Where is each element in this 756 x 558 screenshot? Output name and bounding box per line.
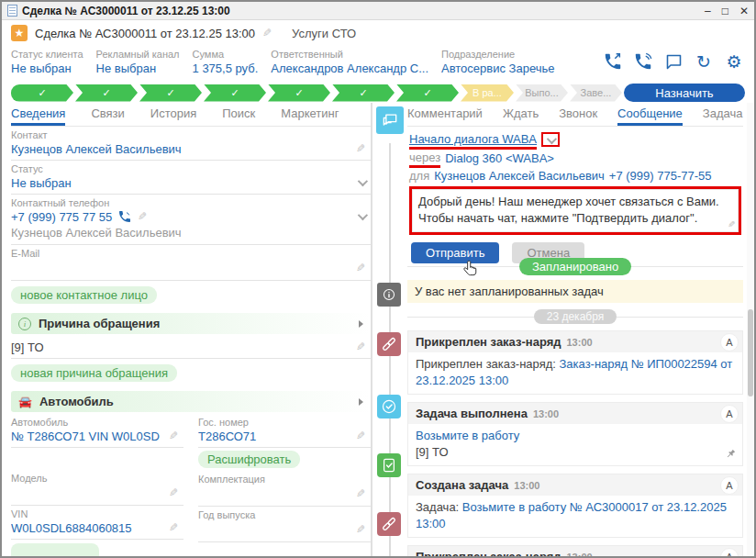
vin-field: VIN W0L0SDL6884060815 ✎ bbox=[11, 506, 183, 540]
assign-button[interactable]: Назначить bbox=[624, 84, 745, 102]
plate-value[interactable]: Т286СО71 bbox=[198, 430, 350, 443]
edit-plate-icon[interactable]: ✎ bbox=[356, 430, 365, 442]
scrollbar[interactable] bbox=[747, 103, 754, 556]
car-link[interactable]: № Т286СО71 VIN W0L0SD bbox=[11, 430, 163, 443]
edit-reason-icon[interactable]: ✎ bbox=[356, 340, 365, 353]
field-label: Подразделение bbox=[441, 49, 554, 60]
vin-label: VIN bbox=[11, 508, 178, 519]
tab-zadacha[interactable]: Задача bbox=[703, 103, 743, 126]
message-input[interactable]: Добрый день! Наш менеджер хочет связатьс… bbox=[412, 189, 739, 232]
field-department[interactable]: Подразделение Автосервис Заречье bbox=[441, 47, 554, 75]
outgoing-call-icon[interactable] bbox=[602, 50, 624, 73]
close-button[interactable]: ✕ bbox=[739, 6, 749, 17]
edit-trim-icon[interactable]: ✎ bbox=[356, 487, 365, 500]
stage-done[interactable]: ✓ bbox=[204, 84, 266, 102]
timeline-card[interactable]: Прикреплен заказ-наряд 13:00 А Прикрепле… bbox=[407, 545, 743, 556]
model-label: Модель bbox=[11, 473, 178, 484]
stage-done[interactable]: ✓ bbox=[139, 84, 202, 102]
expand-arrow-icon[interactable] bbox=[359, 398, 363, 406]
timeline-card[interactable]: Создана задача 13:00 А Задача: Возьмите … bbox=[407, 474, 743, 538]
tab-svedeniya[interactable]: Сведения bbox=[11, 103, 65, 126]
phone-value[interactable]: +7 (999) 775 77 55 bbox=[11, 210, 112, 224]
stage-current[interactable]: В ра... bbox=[461, 84, 514, 102]
no-tasks-notice: У вас нет запланированных задач bbox=[407, 280, 743, 303]
field-client-status[interactable]: Статус клиента Не выбран bbox=[11, 47, 83, 75]
minimize-button[interactable]: – bbox=[705, 6, 711, 17]
message-annotation-box: Добрый день! Наш менеджер хочет связатьс… bbox=[409, 186, 741, 235]
field-value[interactable]: Александров Александр С... bbox=[271, 61, 428, 75]
expand-arrow-icon[interactable] bbox=[359, 320, 363, 328]
tab-zvonok[interactable]: Звонок bbox=[559, 103, 597, 126]
message-mode-icon[interactable] bbox=[376, 106, 404, 134]
tab-kommentariy[interactable]: Комментарий bbox=[407, 103, 483, 126]
task-done-icon bbox=[377, 395, 401, 418]
via-channel-link[interactable]: Dialog 360 <WABA> bbox=[445, 151, 554, 165]
stage-done[interactable]: ✓ bbox=[11, 84, 73, 102]
to-phone-link[interactable]: +7 (999) 775-77-55 bbox=[609, 169, 712, 183]
stage-done[interactable]: ✓ bbox=[75, 84, 138, 102]
edit-year-icon[interactable]: ✎ bbox=[356, 523, 365, 536]
field-label: Сумма bbox=[193, 49, 259, 60]
avatar: А bbox=[720, 548, 739, 556]
new-contact-badge[interactable]: новое контактное лицо bbox=[11, 286, 157, 304]
status-value[interactable]: Не выбран bbox=[11, 176, 352, 190]
tab-istoriya[interactable]: История bbox=[150, 103, 196, 126]
stage-future[interactable]: Выпо... bbox=[516, 84, 568, 102]
edit-title-icon[interactable]: ✎ bbox=[262, 27, 272, 39]
scrollbar-thumb[interactable] bbox=[748, 309, 753, 396]
field-amount[interactable]: Сумма 1 375,5 руб. bbox=[193, 47, 259, 75]
timeline-card[interactable]: Прикреплен заказ-наряд 13:00 А Прикрепле… bbox=[407, 330, 743, 395]
decode-badge[interactable]: Расшифровать bbox=[198, 451, 300, 468]
section-car[interactable]: 🚘 Автомобиль bbox=[11, 391, 371, 412]
field-value[interactable]: Автосервис Заречье bbox=[441, 61, 554, 75]
reason-value[interactable]: [9] ТО bbox=[11, 340, 350, 354]
chevron-down-icon[interactable] bbox=[358, 176, 368, 186]
dialog-template-link[interactable]: Начало диалога WABA bbox=[409, 132, 537, 147]
chevron-down-icon[interactable] bbox=[358, 210, 368, 220]
field-responsible[interactable]: Ответственный Александров Александр С... bbox=[271, 47, 428, 75]
field-value[interactable]: 1 375,5 руб. bbox=[193, 61, 259, 75]
vin-value[interactable]: W0L0SDL6884060815 bbox=[11, 521, 163, 535]
edit-email-icon[interactable]: ✎ bbox=[356, 262, 365, 274]
field-ad-channel[interactable]: Рекламный канал Не выбран bbox=[96, 47, 180, 75]
settings-gear-icon[interactable]: ⚙ bbox=[723, 50, 745, 73]
event-text: Задача: bbox=[416, 500, 462, 514]
stage-future[interactable]: Заве... bbox=[570, 84, 622, 102]
chat-icon[interactable] bbox=[662, 50, 684, 73]
send-button[interactable]: Отправить bbox=[411, 242, 499, 263]
chevron-down-icon[interactable] bbox=[547, 134, 557, 144]
tab-marketing[interactable]: Маркетинг bbox=[281, 103, 339, 126]
edit-model-icon[interactable]: ✎ bbox=[169, 486, 178, 499]
tab-soobshchenie[interactable]: Сообщение bbox=[617, 103, 683, 126]
stage-done[interactable]: ✓ bbox=[332, 84, 395, 102]
field-value[interactable]: Не выбран bbox=[96, 61, 180, 75]
stage-done[interactable]: ✓ bbox=[268, 84, 330, 102]
refresh-icon[interactable]: ↻ bbox=[693, 50, 715, 73]
timeline-card[interactable]: Задача выполнена 13:00 А Возьмите в рабо… bbox=[407, 402, 743, 466]
resize-handle-icon[interactable]: ✎ bbox=[728, 219, 735, 229]
event-title: Прикреплен заказ-наряд bbox=[416, 335, 561, 349]
tab-zhdat[interactable]: Ждать bbox=[503, 103, 539, 126]
contact-link[interactable]: Кузнецов Алексей Васильевич bbox=[11, 142, 350, 156]
section-reason[interactable]: i Причина обращения bbox=[11, 313, 371, 334]
cancel-button[interactable]: Отмена bbox=[512, 242, 584, 263]
edit-car-icon[interactable]: ✎ bbox=[169, 430, 178, 442]
email-label: E-Mail bbox=[11, 248, 365, 259]
details-panel: Сведения Связи История Поиск Маркетинг К… bbox=[2, 103, 371, 556]
task-link[interactable]: Возьмите в работу bbox=[416, 428, 735, 444]
dial-phone-icon[interactable] bbox=[117, 209, 132, 224]
field-value[interactable]: Не выбран bbox=[11, 61, 83, 75]
edit-phone-icon[interactable]: ✎ bbox=[138, 210, 147, 223]
to-contact-link[interactable]: Кузнецов Алексей Васильевич bbox=[434, 169, 605, 183]
stage-done[interactable]: ✓ bbox=[396, 84, 459, 102]
new-reason-badge[interactable]: новая причина обращения bbox=[11, 364, 177, 382]
task-link[interactable]: Возьмите в работу № АС3000017 от 23.12.2… bbox=[416, 500, 727, 530]
call-icon[interactable] bbox=[632, 50, 654, 73]
edit-vin-icon[interactable]: ✎ bbox=[169, 521, 178, 534]
event-title: Прикреплен заказ-наряд bbox=[416, 550, 561, 556]
maximize-button[interactable]: □ bbox=[722, 6, 728, 17]
tab-svyazi[interactable]: Связи bbox=[91, 103, 124, 126]
tab-poisk[interactable]: Поиск bbox=[222, 103, 255, 126]
edit-contact-icon[interactable]: ✎ bbox=[356, 142, 365, 155]
pin-icon[interactable] bbox=[725, 448, 737, 460]
